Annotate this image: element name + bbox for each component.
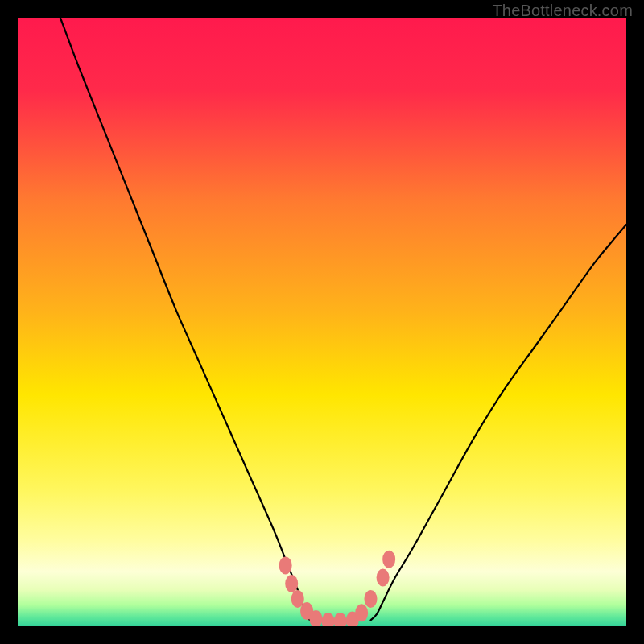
trough-marker bbox=[355, 604, 368, 621]
chart-svg bbox=[18, 18, 626, 626]
trough-marker bbox=[364, 590, 377, 608]
trough-marker bbox=[377, 569, 390, 587]
outer-frame: TheBottleneck.com bbox=[0, 0, 644, 644]
gradient-background bbox=[18, 18, 626, 626]
trough-marker bbox=[382, 551, 395, 568]
plot-area bbox=[18, 18, 626, 626]
trough-marker bbox=[279, 556, 292, 574]
trough-marker bbox=[285, 575, 298, 592]
